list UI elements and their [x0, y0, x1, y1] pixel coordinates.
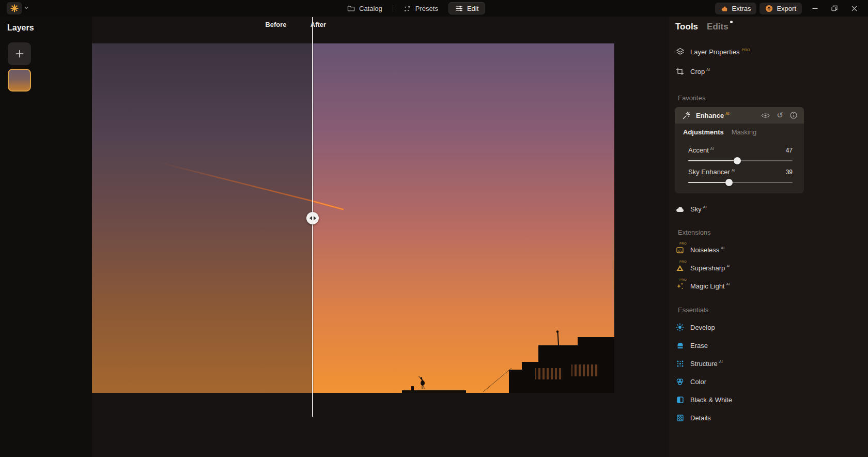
favorites-section-title: Favorites	[678, 94, 705, 102]
presets-sparkles-icon	[404, 5, 411, 12]
ai-badge-gold: AI	[725, 112, 730, 115]
compare-handle[interactable]	[306, 212, 319, 224]
extras-label: Extras	[732, 5, 751, 12]
photo-detail-overlay	[92, 43, 614, 393]
close-button[interactable]	[844, 0, 864, 17]
app-logo-star-icon	[10, 4, 19, 12]
tab-masking[interactable]: Masking	[732, 128, 756, 136]
bird-silhouette	[419, 377, 425, 389]
extensions-section-title: Extensions	[678, 229, 711, 236]
tool-sky[interactable]: SkyAI	[675, 203, 707, 215]
minimize-button[interactable]	[805, 0, 825, 17]
tab-edit-label: Edit	[467, 5, 478, 12]
enhance-wand-icon	[681, 111, 691, 120]
app-window: Catalog Presets E	[0, 0, 868, 457]
tab-edit[interactable]: Edit	[448, 2, 485, 14]
folder-icon	[347, 5, 355, 12]
supersharp-icon: PRO	[675, 263, 685, 272]
tab-presets-label: Presets	[415, 5, 438, 12]
eraser-icon	[675, 341, 685, 350]
mode-tabs: Catalog Presets E	[341, 2, 485, 14]
accent-slider[interactable]	[688, 160, 793, 161]
layer-properties-label: Layer Properties	[690, 48, 739, 56]
tool-noiseless[interactable]: PRO NoiselessAI	[675, 243, 725, 256]
tool-layer-properties[interactable]: Layer PropertiesPRO	[675, 45, 750, 58]
top-right-controls: Extras Export	[715, 0, 868, 17]
chevron-down-icon[interactable]	[24, 6, 29, 10]
sky-enhancer-label: Sky Enhancer	[688, 168, 730, 176]
black-white-icon	[675, 395, 685, 404]
visibility-eye-icon[interactable]	[761, 112, 770, 119]
app-logo-button[interactable]	[7, 2, 22, 14]
tool-color[interactable]: Color	[675, 375, 708, 388]
sky-enhancer-slider-group: Sky EnhancerAI 39	[688, 168, 793, 183]
ai-badge: AI	[721, 246, 724, 250]
ai-badge: AI	[726, 264, 730, 268]
sliders-icon	[455, 5, 463, 12]
tab-tools[interactable]: Tools	[675, 22, 698, 32]
cloud-icon	[675, 204, 685, 214]
magic-light-label: Magic Light	[690, 282, 724, 290]
pro-mini-badge: PRO	[679, 260, 687, 263]
noiseless-label: Noiseless	[690, 246, 719, 254]
layers-title: Layers	[7, 23, 34, 33]
tool-black-white[interactable]: Black & White	[675, 393, 734, 406]
pro-mini-badge: PRO	[679, 242, 687, 245]
accent-label: Accent	[688, 146, 709, 154]
tool-structure[interactable]: StructureAI	[675, 357, 723, 370]
accent-slider-group: AccentAI 47	[688, 146, 793, 161]
tools-panel: Tools Edits Layer PropertiesPRO CropAI	[669, 17, 868, 457]
develop-sun-icon	[675, 323, 685, 332]
tab-catalog-label: Catalog	[359, 5, 382, 12]
enhance-label: Enhance	[696, 112, 724, 119]
tool-erase[interactable]: Erase	[675, 339, 709, 352]
tab-edits[interactable]: Edits	[707, 22, 729, 32]
details-label: Details	[690, 414, 711, 422]
enhance-header[interactable]: EnhanceAI ↺	[675, 107, 804, 124]
tool-develop[interactable]: Develop	[675, 321, 717, 333]
plus-icon	[14, 49, 25, 59]
tool-magic-light[interactable]: PRO Magic LightAI	[675, 280, 730, 292]
pro-mini-badge: PRO	[679, 278, 687, 281]
ai-badge: AI	[726, 282, 730, 286]
structure-label: Structure	[690, 360, 718, 368]
enhance-card: EnhanceAI ↺	[675, 107, 804, 193]
essentials-section-title: Essentials	[678, 306, 708, 314]
tab-presets[interactable]: Presets	[397, 2, 444, 14]
tool-supersharp[interactable]: PRO SupersharpAI	[675, 262, 730, 274]
erase-label: Erase	[690, 342, 708, 349]
export-button[interactable]: Export	[760, 3, 802, 14]
tool-crop[interactable]: CropAI	[675, 65, 710, 78]
accent-slider-handle[interactable]	[734, 157, 741, 164]
tool-details[interactable]: Details	[675, 412, 712, 424]
arrow-right-icon	[314, 216, 316, 220]
color-circles-icon	[675, 377, 685, 386]
arrow-left-icon	[309, 216, 312, 220]
ai-badge: AI	[719, 360, 723, 363]
info-icon[interactable]	[790, 112, 797, 119]
edits-notification-dot	[730, 21, 733, 23]
photo-canvas[interactable]	[92, 43, 614, 393]
crop-icon	[675, 67, 685, 76]
ai-badge: AI	[710, 147, 714, 150]
sky-enhancer-slider[interactable]	[688, 182, 793, 183]
noiseless-icon: PRO	[675, 245, 685, 254]
ai-badge: AI	[732, 169, 735, 172]
ai-badge: AI	[703, 205, 707, 209]
top-bar: Catalog Presets E	[0, 0, 868, 17]
layer-thumbnail[interactable]	[8, 69, 31, 92]
undo-icon[interactable]: ↺	[777, 112, 783, 119]
extras-button[interactable]: Extras	[715, 3, 757, 14]
develop-label: Develop	[690, 324, 715, 331]
add-layer-button[interactable]	[8, 42, 31, 65]
black-white-label: Black & White	[690, 396, 732, 404]
tab-catalog[interactable]: Catalog	[341, 2, 389, 14]
restore-button[interactable]	[825, 0, 844, 17]
sky-enhancer-slider-handle[interactable]	[725, 179, 733, 186]
color-label: Color	[690, 378, 706, 386]
sky-enhancer-value: 39	[786, 169, 793, 176]
pro-badge: PRO	[741, 48, 750, 52]
tab-adjustments[interactable]: Adjustments	[683, 128, 724, 136]
accent-value: 47	[786, 147, 793, 154]
canvas-area: Before After	[92, 17, 669, 457]
